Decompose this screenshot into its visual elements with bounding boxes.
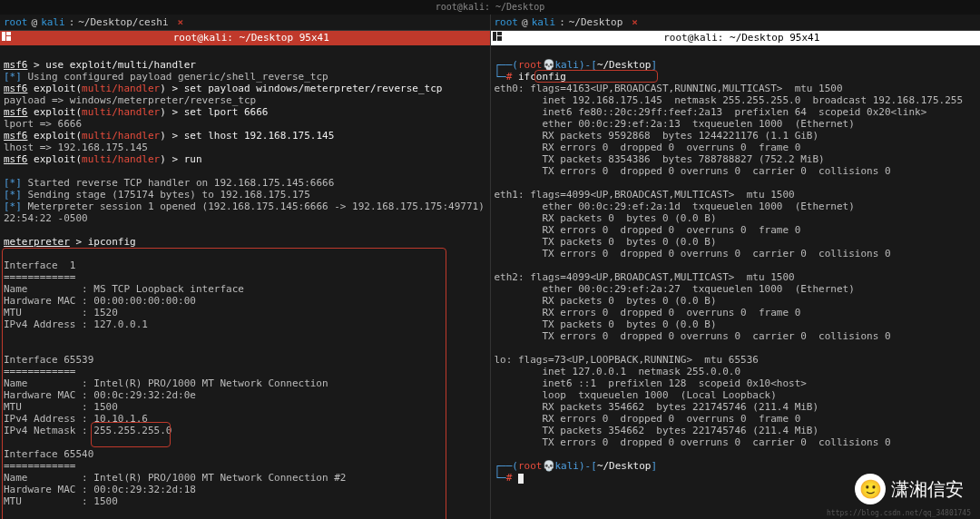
right-inner-title: root@kali: ~/Desktop 95x41 [491,31,981,45]
right-pane: root@kali: ~/Desktop × root@kali: ~/Desk… [491,15,981,519]
close-icon[interactable]: × [632,16,638,28]
watermark: 🙂 潇湘信安 [855,474,964,504]
svg-rect-0 [2,32,5,41]
svg-rect-4 [497,32,502,35]
watermark-text: 潇湘信安 [891,477,964,502]
window-title: root@kali: ~/Desktop [0,0,980,15]
right-tab-bar[interactable]: root@kali: ~/Desktop × [491,15,981,31]
left-terminal[interactable]: msf6 > use exploit/multi/handler [*] Usi… [0,45,490,519]
left-tab[interactable]: root@kali: ~/Desktop/ceshi × [4,16,183,28]
tab-path: ~/Desktop/ceshi [78,16,168,28]
svg-rect-3 [493,32,496,41]
left-pane: root@kali: ~/Desktop/ceshi × root@kali: … [0,15,491,519]
meterpreter-prompt: meterpreter [4,236,70,248]
svg-rect-2 [6,36,11,41]
right-terminal[interactable]: ┌──(root💀kali)-[~/Desktop] └─# ifconfig … [491,45,981,519]
pane-icon [491,31,504,45]
right-tab[interactable]: root@kali: ~/Desktop × [495,16,638,28]
skull-icon: 💀 [543,460,555,472]
tab-root: root [4,16,28,28]
skull-icon: 💀 [543,59,555,71]
close-icon[interactable]: × [178,16,184,28]
cmd-ifconfig: ifconfig [518,71,566,83]
watermark-url: https://blog.csdn.net/qq_34801745 [827,509,971,517]
left-tab-bar[interactable]: root@kali: ~/Desktop/ceshi × [0,15,490,31]
tab-host: kali [41,16,65,28]
svg-rect-1 [6,32,11,35]
watermark-icon: 🙂 [855,474,886,504]
svg-rect-5 [497,36,502,41]
left-inner-title: root@kali: ~/Desktop 95x41 [0,31,490,45]
pane-icon [0,31,13,45]
cursor [518,474,524,484]
